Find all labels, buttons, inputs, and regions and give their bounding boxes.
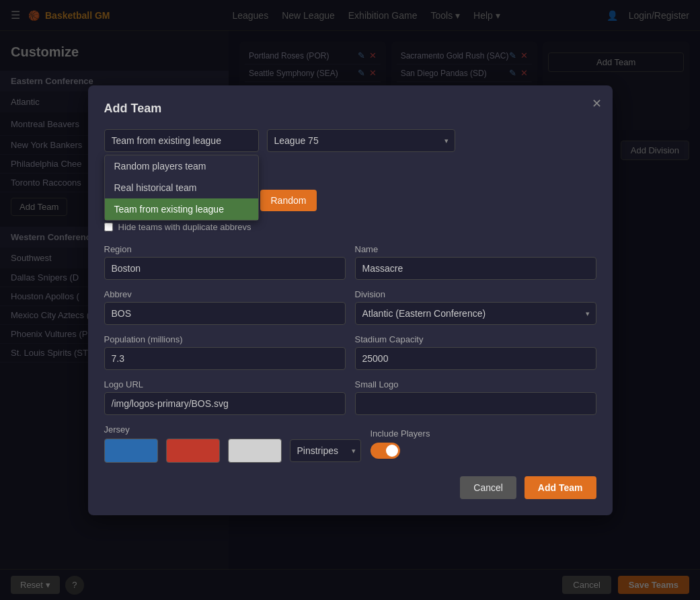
- jersey-swatches: Pinstripes Solid Stripes ▾: [104, 439, 361, 463]
- division-group: Division Atlantic (Eastern Conference) ▾: [355, 289, 596, 325]
- population-group: Population (millions): [104, 334, 346, 370]
- dropdown-item-existing[interactable]: Team from existing league: [105, 198, 258, 220]
- random-button[interactable]: Random: [260, 190, 317, 211]
- hide-duplicates-label: Hide teams with duplicate abbrevs: [118, 222, 251, 232]
- name-input[interactable]: [355, 257, 596, 280]
- jersey-style-wrapper: Pinstripes Solid Stripes ▾: [290, 439, 361, 462]
- name-label: Name: [355, 244, 596, 254]
- small-logo-label: Small Logo: [355, 379, 596, 389]
- small-logo-input[interactable]: [355, 392, 596, 415]
- region-group: Region: [104, 244, 346, 280]
- type-select-wrapper: Random players team Real historical team…: [104, 129, 259, 152]
- add-team-modal: Add Team ✕ Random players team Real hist…: [88, 85, 613, 515]
- stadium-group: Stadium Capacity: [355, 334, 596, 370]
- name-group: Name: [355, 244, 596, 280]
- modal-footer: Cancel Add Team: [104, 476, 596, 499]
- stadium-label: Stadium Capacity: [355, 334, 596, 344]
- jersey-style-select[interactable]: Pinstripes Solid Stripes: [290, 439, 361, 462]
- league-select[interactable]: League 75: [267, 129, 455, 152]
- include-players-label: Include Players: [371, 428, 596, 439]
- modal-type-row: Random players team Real historical team…: [104, 129, 596, 152]
- form-grid: Region Name Abbrev Division Atlantic (Ea…: [104, 244, 596, 415]
- jersey-swatch-tertiary[interactable]: [228, 439, 282, 463]
- hide-duplicates-row: Hide teams with duplicate abbrevs: [104, 222, 596, 232]
- region-label: Region: [104, 244, 346, 254]
- jersey-swatch-secondary[interactable]: [166, 439, 220, 463]
- division-select-wrapper: Atlantic (Eastern Conference) ▾: [355, 302, 596, 325]
- logo-url-input[interactable]: [104, 392, 346, 415]
- population-label: Population (millions): [104, 334, 346, 344]
- jersey-label: Jersey: [104, 424, 361, 435]
- include-players-toggle[interactable]: [371, 443, 400, 459]
- modal-overlay: Add Team ✕ Random players team Real hist…: [0, 0, 700, 600]
- team-type-select[interactable]: Random players team Real historical team…: [104, 129, 259, 152]
- abbrev-input[interactable]: [104, 302, 346, 325]
- region-input[interactable]: [104, 257, 346, 280]
- include-players-group: Include Players: [371, 428, 596, 459]
- dropdown-item-historical[interactable]: Real historical team: [105, 177, 258, 198]
- dropdown-item-random[interactable]: Random players team: [105, 155, 258, 177]
- modal-title: Add Team: [104, 102, 596, 116]
- abbrev-label: Abbrev: [104, 289, 346, 299]
- jersey-group: Jersey Pinstripes Solid Stripes ▾: [104, 424, 361, 463]
- division-label: Division: [355, 289, 596, 299]
- logo-url-label: Logo URL: [104, 379, 346, 389]
- jersey-swatch-primary[interactable]: [104, 439, 158, 463]
- league-select-wrapper: League 75 ▾: [267, 129, 455, 152]
- jersey-include-row: Jersey Pinstripes Solid Stripes ▾: [104, 424, 596, 463]
- population-input[interactable]: [104, 347, 346, 370]
- type-dropdown-menu: Random players team Real historical team…: [104, 155, 259, 221]
- modal-close-button[interactable]: ✕: [592, 96, 602, 111]
- small-logo-group: Small Logo: [355, 379, 596, 415]
- hide-duplicates-checkbox[interactable]: [104, 223, 113, 231]
- stadium-input[interactable]: [355, 347, 596, 370]
- division-select[interactable]: Atlantic (Eastern Conference): [355, 302, 596, 325]
- modal-add-team-button[interactable]: Add Team: [524, 476, 596, 499]
- logo-url-group: Logo URL: [104, 379, 346, 415]
- include-players-toggle-wrapper: [371, 443, 596, 459]
- modal-cancel-button[interactable]: Cancel: [460, 476, 516, 499]
- abbrev-group: Abbrev: [104, 289, 346, 325]
